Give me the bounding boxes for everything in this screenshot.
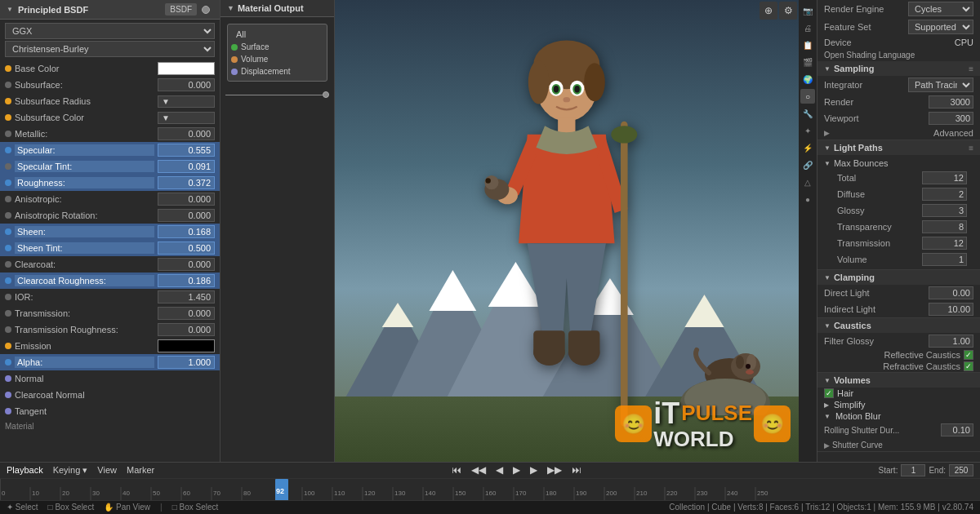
normal-dot <box>5 375 11 382</box>
render-engine-dropdown[interactable]: Cycles <box>908 2 973 16</box>
subsurface-color-label: Subsurface Color <box>15 113 154 122</box>
emission-input[interactable] <box>158 339 215 352</box>
volume-input[interactable] <box>922 253 967 266</box>
output-icon[interactable]: 🖨 <box>800 20 815 35</box>
specular-tint-value[interactable]: 0.091 <box>158 160 215 173</box>
pan-view-status[interactable]: ✋ Pan View <box>104 503 150 512</box>
node-volume-label: Volume <box>241 55 268 64</box>
roughness-label: Roughness: <box>15 177 154 188</box>
ior-value[interactable]: 1.450 <box>158 290 215 304</box>
scene-icon[interactable]: 🎬 <box>800 55 815 69</box>
viewport-samples-input[interactable] <box>929 112 973 125</box>
filter-glossy-input[interactable] <box>929 335 973 348</box>
refractive-caustics-checkbox[interactable]: ✓ <box>964 361 973 371</box>
node-title: Material Output <box>238 3 304 13</box>
subsurface-color-input[interactable]: ▼ <box>158 112 215 124</box>
metallic-row: Metallic: 0.000 <box>0 126 220 142</box>
transmission-roughness-label: Transmission Roughness: <box>15 325 154 335</box>
render-icon[interactable]: 📷 <box>800 3 815 18</box>
render-panel: Render Engine Cycles Feature Set Support… <box>817 0 980 462</box>
clamping-triangle-icon: ▼ <box>824 274 831 281</box>
marker-menu[interactable]: Marker <box>127 465 154 475</box>
reflective-caustics-checkbox[interactable]: ✓ <box>964 350 973 360</box>
playback-menu[interactable]: Playback <box>7 465 43 475</box>
start-frame-input[interactable] <box>901 464 925 476</box>
anisotropic-value[interactable]: 0.000 <box>158 193 215 206</box>
simplify-volume-row: ▶ Simplify <box>817 399 980 410</box>
prev-keyframe-btn[interactable]: ◀◀ <box>469 463 488 477</box>
next-frame-btn[interactable]: ▶ <box>528 463 540 477</box>
jump-start-btn[interactable]: ⏮ <box>449 463 464 477</box>
constraints-icon[interactable]: 🔗 <box>800 157 815 172</box>
transparency-label: Transparency <box>837 222 892 232</box>
integrator-dropdown[interactable]: Path Tracing <box>908 78 973 92</box>
play-btn[interactable]: ▶ <box>510 463 523 477</box>
viewport-3d[interactable]: 😊 iT PULSE WORLD 😊 ⊕ ⚙ <box>335 0 799 462</box>
cursor-icon[interactable]: ⊕ <box>760 2 777 20</box>
sampling-header[interactable]: ▼ Sampling ≡ <box>817 61 980 76</box>
modifier-icon[interactable]: 🔧 <box>800 106 815 121</box>
rolling-shutter-input[interactable] <box>941 423 973 436</box>
diffuse-input[interactable] <box>922 188 967 201</box>
keying-menu[interactable]: Keying ▾ <box>53 465 88 476</box>
alpha-value[interactable]: 1.000 <box>158 356 215 369</box>
specular-value[interactable]: 0.555 <box>158 144 215 157</box>
view-menu[interactable]: View <box>97 465 117 475</box>
subsurface-radius-dropdown[interactable]: ▼ <box>158 95 215 108</box>
prev-frame-btn[interactable]: ◀ <box>493 463 506 477</box>
end-frame-input[interactable] <box>949 464 973 476</box>
feature-set-dropdown[interactable]: Supported <box>908 20 973 34</box>
subsurface-dot <box>5 82 11 88</box>
svg-text:100: 100 <box>304 490 315 497</box>
material-icon[interactable]: ● <box>800 192 815 206</box>
metallic-value[interactable]: 0.000 <box>158 127 215 140</box>
volumes-header[interactable]: ▼ Volumes <box>817 373 980 388</box>
world-icon[interactable]: 🌍 <box>800 72 815 86</box>
svg-text:210: 210 <box>636 490 648 497</box>
panel-footer: Material <box>0 419 220 432</box>
select-status[interactable]: ✦ Select <box>7 503 38 512</box>
glossy-label: Glossy <box>837 206 865 215</box>
max-bounces-triangle-icon: ▼ <box>824 160 831 167</box>
metallic-dot <box>5 131 11 137</box>
view-layer-icon[interactable]: 📋 <box>800 38 815 52</box>
shutter-curve-row: ▶ Shutter Curve <box>817 438 980 451</box>
ggx-dropdown[interactable]: GGX <box>5 23 215 39</box>
hair-checkbox[interactable]: ✓ <box>824 388 834 398</box>
light-paths-header[interactable]: ▼ Light Paths ≡ <box>817 140 980 155</box>
indirect-light-input[interactable] <box>929 303 973 316</box>
sheen-row: Sheen: 0.168 <box>0 224 220 240</box>
base-color-input[interactable] <box>158 62 215 75</box>
physics-icon[interactable]: ⚡ <box>800 140 815 155</box>
svg-text:150: 150 <box>455 490 466 497</box>
distribution-dropdown[interactable]: Christensen-Burley <box>5 41 215 57</box>
transparency-input[interactable] <box>922 220 967 233</box>
subsurface-value[interactable]: 0.000 <box>158 78 215 91</box>
timeline-strip[interactable]: 0 10 20 30 40 50 60 70 80 92 <box>0 478 980 500</box>
sheen-value[interactable]: 0.168 <box>158 225 215 238</box>
total-input[interactable] <box>922 171 967 184</box>
particles-icon[interactable]: ✦ <box>800 123 815 138</box>
render-samples-input[interactable] <box>929 95 973 109</box>
anisotropic-rotation-value[interactable]: 0.000 <box>158 209 215 222</box>
next-keyframe-btn[interactable]: ▶▶ <box>545 463 564 477</box>
caustics-header[interactable]: ▼ Caustics <box>817 318 980 333</box>
max-bounces-section: ▼ Max Bounces Total Diffuse Glossy <box>817 155 980 269</box>
transmission-bounce-input[interactable] <box>922 237 967 250</box>
transmission-roughness-value[interactable]: 0.000 <box>158 323 215 336</box>
box-select-2-status[interactable]: □ Box Select <box>172 503 219 512</box>
viewport-settings-icon[interactable]: ⚙ <box>779 2 797 20</box>
transmission-bounces-row: Transmission <box>824 235 973 251</box>
jump-end-btn[interactable]: ⏭ <box>569 463 584 477</box>
roughness-value[interactable]: 0.372 <box>158 176 215 189</box>
transmission-value[interactable]: 0.000 <box>158 307 215 320</box>
box-select-status[interactable]: □ Box Select <box>48 503 95 512</box>
clamping-header[interactable]: ▼ Clamping <box>817 270 980 285</box>
clearcoat-value[interactable]: 0.000 <box>158 258 215 271</box>
sheen-tint-value[interactable]: 0.500 <box>158 241 215 255</box>
direct-light-input[interactable] <box>929 286 973 299</box>
clearcoat-roughness-value[interactable]: 0.186 <box>158 274 215 287</box>
glossy-input[interactable] <box>922 204 967 217</box>
object-data-icon[interactable]: △ <box>800 175 815 189</box>
object-icon[interactable]: ○ <box>800 89 815 104</box>
